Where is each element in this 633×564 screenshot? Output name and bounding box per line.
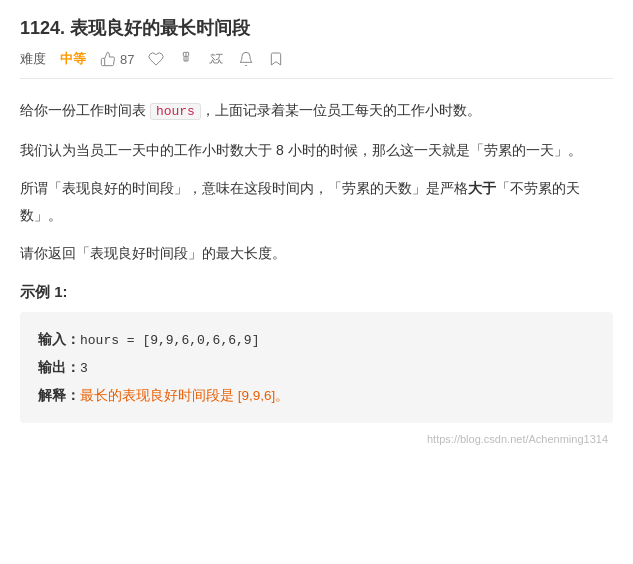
like-count: 87	[120, 52, 134, 67]
paragraph-3: 所谓「表现良好的时间段」，意味在这段时间内，「劳累的天数」是严格大于「不劳累的天…	[20, 175, 613, 228]
input-row: 输入：hours = [9,9,6,0,6,6,9]	[38, 326, 595, 354]
page-container: 1124. 表现良好的最长时间段 难度 中等 87	[0, 0, 633, 465]
input-value: hours = [9,9,6,0,6,6,9]	[80, 333, 259, 348]
p3-prefix: 所谓「表现良好的时间段」，意味在这段时间内，「劳累的天数」是严格	[20, 180, 468, 196]
paragraph-2: 我们认为当员工一天中的工作小时数大于 8 小时的时候，那么这一天就是「劳累的一天…	[20, 137, 613, 164]
example-section: 示例 1: 输入：hours = [9,9,6,0,6,6,9] 输出：3 解释…	[20, 283, 613, 423]
translate-icon	[208, 51, 224, 67]
output-value: 3	[80, 361, 88, 376]
problem-title: 1124. 表现良好的最长时间段	[20, 16, 613, 40]
like-button[interactable]: 87	[100, 51, 134, 67]
p1-prefix: 给你一份工作时间表	[20, 102, 150, 118]
p1-suffix: ，上面记录着某一位员工每天的工作小时数。	[201, 102, 481, 118]
explain-row: 解释：最长的表现良好时间段是 [9,9,6]。	[38, 382, 595, 409]
favorite-button[interactable]	[148, 51, 164, 67]
difficulty-value: 中等	[60, 50, 86, 68]
output-label: 输出：	[38, 360, 80, 375]
explain-text: 最长的表现良好时间段是 [9,9,6]。	[80, 388, 289, 403]
problem-content: 给你一份工作时间表 hours，上面记录着某一位员工每天的工作小时数。 我们认为…	[20, 97, 613, 267]
bookmark-icon	[268, 51, 284, 67]
p3-bold: 大于	[468, 180, 496, 196]
paragraph-4: 请你返回「表现良好时间段」的最大长度。	[20, 240, 613, 267]
input-label: 输入：	[38, 332, 80, 347]
paragraph-1: 给你一份工作时间表 hours，上面记录着某一位员工每天的工作小时数。	[20, 97, 613, 125]
thumb-up-icon	[100, 51, 116, 67]
difficulty-label: 难度	[20, 50, 46, 68]
share-button[interactable]	[178, 51, 194, 67]
translate-button[interactable]	[208, 51, 224, 67]
heart-icon	[148, 51, 164, 67]
example-title: 示例 1:	[20, 283, 613, 302]
watermark: https://blog.csdn.net/Achenming1314	[20, 433, 613, 445]
share-icon	[178, 51, 194, 67]
meta-row: 难度 中等 87	[20, 50, 613, 79]
bell-icon	[238, 51, 254, 67]
output-row: 输出：3	[38, 354, 595, 382]
hours-code: hours	[150, 103, 201, 120]
explain-label: 解释：	[38, 388, 80, 403]
example-box: 输入：hours = [9,9,6,0,6,6,9] 输出：3 解释：最长的表现…	[20, 312, 613, 423]
bookmark-button[interactable]	[268, 51, 284, 67]
bell-button[interactable]	[238, 51, 254, 67]
